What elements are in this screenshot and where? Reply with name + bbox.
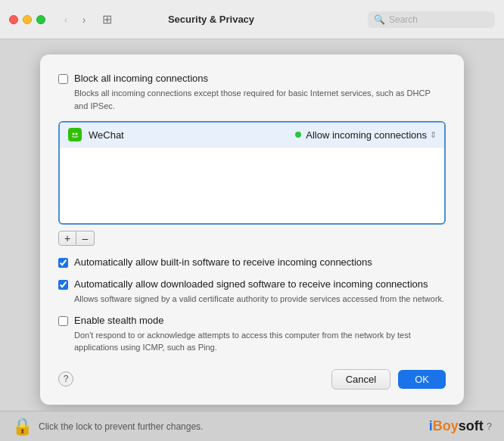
window-title: Security & Privacy: [61, 14, 362, 25]
status-label: Allow incoming connections: [306, 129, 427, 141]
status-indicator: Allow incoming connections ⇕: [295, 129, 437, 141]
stealth-description: Don't respond to or acknowledge attempts…: [74, 329, 446, 354]
auto-builtin-checkbox[interactable]: [58, 258, 68, 268]
remove-app-button[interactable]: –: [76, 231, 95, 246]
svg-point-1: [76, 133, 78, 135]
auto-signed-section: Automatically allow downloaded signed so…: [58, 278, 446, 306]
block-all-description: Blocks all incoming connections except t…: [74, 87, 446, 112]
ok-button[interactable]: OK: [398, 370, 446, 389]
main-content: Block all incoming connections Blocks al…: [0, 39, 504, 441]
iboysoft-logo: iBoysoft: [429, 418, 484, 434]
stealth-checkbox[interactable]: [58, 316, 68, 326]
minimize-button[interactable]: [23, 15, 32, 24]
lock-text: Click the lock to prevent further change…: [39, 421, 203, 432]
block-all-row: Block all incoming connections: [58, 73, 446, 84]
svg-point-0: [73, 133, 75, 135]
search-icon: 🔍: [374, 14, 385, 25]
lock-icon: 🔒: [12, 417, 33, 436]
app-list-container: WeChat Allow incoming connections ⇕: [58, 121, 446, 225]
add-app-button[interactable]: +: [58, 231, 76, 246]
list-controls: + –: [58, 231, 446, 246]
auto-signed-description: Allows software signed by a valid certif…: [74, 293, 446, 306]
footer-buttons: Cancel OK: [331, 369, 446, 390]
titlebar: ‹ › ⊞ Security & Privacy 🔍: [0, 0, 504, 39]
lock-section: 🔒 Click the lock to prevent further chan…: [12, 417, 203, 436]
search-input[interactable]: [389, 14, 489, 25]
iboysoft-soft: soft: [459, 418, 484, 433]
status-dropdown[interactable]: Allow incoming connections ⇕: [306, 129, 437, 141]
app-name: WeChat: [89, 129, 289, 141]
app-list-empty: [60, 148, 444, 223]
chevron-updown-icon: ⇕: [430, 130, 437, 140]
traffic-lights: [9, 15, 45, 24]
maximize-button[interactable]: [36, 15, 45, 24]
block-all-checkbox[interactable]: [58, 74, 68, 84]
status-bar: 🔒 Click the lock to prevent further chan…: [0, 411, 504, 441]
dialog-panel: Block all incoming connections Blocks al…: [40, 54, 464, 405]
block-all-label: Block all incoming connections: [74, 73, 208, 84]
auto-signed-checkbox[interactable]: [58, 280, 68, 290]
auto-signed-label: Automatically allow downloaded signed so…: [74, 278, 428, 290]
green-dot: [295, 132, 301, 138]
iboysoft-help-icon[interactable]: ?: [487, 421, 492, 432]
stealth-section: Enable stealth mode Don't respond to or …: [58, 315, 446, 354]
iboysoft-boy: Boy: [433, 418, 459, 433]
stealth-label: Enable stealth mode: [74, 315, 164, 326]
dialog-footer: ? Cancel OK: [58, 369, 446, 390]
wechat-icon: [68, 128, 82, 141]
help-button[interactable]: ?: [58, 371, 73, 387]
table-row[interactable]: WeChat Allow incoming connections ⇕: [60, 123, 444, 148]
search-bar[interactable]: 🔍: [368, 11, 495, 28]
app-icon: [67, 127, 82, 142]
auto-builtin-label: Automatically allow built-in software to…: [74, 256, 372, 268]
iboysoft-section: iBoysoft ?: [429, 418, 492, 434]
cancel-button[interactable]: Cancel: [331, 369, 390, 390]
auto-builtin-row: Automatically allow built-in software to…: [58, 256, 446, 268]
close-button[interactable]: [9, 15, 18, 24]
auto-signed-row: Automatically allow downloaded signed so…: [58, 278, 446, 290]
stealth-row: Enable stealth mode: [58, 315, 446, 326]
